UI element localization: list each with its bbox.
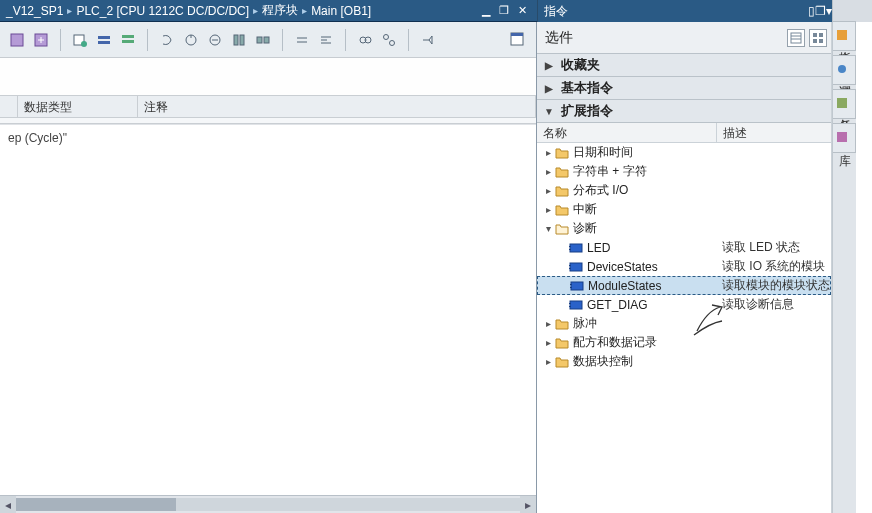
svg-rect-28 (570, 263, 582, 271)
expand-icon[interactable]: ▸ (541, 318, 555, 329)
tree-folder[interactable]: ▸日期和时间 (537, 143, 831, 162)
expand-icon[interactable]: ▸ (541, 337, 555, 348)
breadcrumb-item[interactable]: Main [OB1] (307, 4, 375, 18)
svg-rect-24 (819, 39, 823, 43)
tool-icon[interactable] (69, 29, 91, 51)
folder-icon (555, 185, 569, 197)
tool-icon[interactable] (315, 29, 337, 51)
viewmode-list-icon[interactable] (787, 29, 805, 47)
expand-icon[interactable]: ▸ (541, 185, 555, 196)
section-favorites[interactable]: ▶收藏夹 (537, 53, 831, 77)
tool-icon[interactable] (378, 29, 400, 51)
sidetab-task[interactable]: 任务 (833, 89, 856, 119)
tree-folder[interactable]: ▸字符串 + 字符 (537, 162, 831, 181)
right-panel-title: 指令 ▯ ❐ ▾ (537, 0, 832, 22)
window-close-icon[interactable]: ✕ (515, 4, 529, 18)
block-icon (569, 300, 583, 310)
chevron-right-icon: ▶ (543, 83, 555, 94)
expand-icon[interactable]: ▸ (541, 166, 555, 177)
options-label: 选件 (545, 29, 573, 47)
window-restore-icon[interactable]: ❐ (497, 4, 511, 18)
col-comment[interactable]: 注释 (138, 96, 536, 117)
svg-rect-22 (819, 33, 823, 37)
col-datatype[interactable]: 数据类型 (18, 96, 138, 117)
expand-icon[interactable]: ▸ (541, 147, 555, 158)
editor-body[interactable]: ep (Cycle)" (0, 124, 536, 495)
svg-rect-4 (98, 36, 110, 39)
svg-rect-5 (98, 41, 110, 44)
side-tab-strip: 指令 测试 任务 库 (832, 22, 856, 513)
options-header: 选件 (537, 22, 831, 54)
block-icon (570, 281, 584, 291)
svg-rect-21 (813, 33, 817, 37)
svg-rect-31 (571, 282, 583, 290)
svg-rect-19 (511, 33, 523, 36)
tree-folder[interactable]: ▸分布式 I/O (537, 181, 831, 200)
folder-icon (555, 318, 569, 330)
svg-rect-23 (813, 39, 817, 43)
panel-collapse-icon[interactable]: ▯ (808, 4, 815, 18)
sidetab-test[interactable]: 测试 (833, 55, 856, 85)
svg-rect-10 (234, 35, 238, 45)
detach-panel-icon[interactable] (506, 28, 528, 50)
panel-title-label: 指令 (544, 3, 568, 20)
section-basic[interactable]: ▶基本指令 (537, 76, 831, 100)
tool-icon[interactable] (117, 29, 139, 51)
svg-rect-25 (570, 244, 582, 252)
tool-icon[interactable] (156, 29, 178, 51)
sidetab-instructions[interactable]: 指令 (833, 21, 856, 51)
tool-icon[interactable] (354, 29, 376, 51)
window-min-icon[interactable]: ▁ (479, 4, 493, 18)
tool-icon[interactable] (6, 29, 28, 51)
svg-point-17 (390, 40, 395, 45)
tool-icon[interactable] (93, 29, 115, 51)
tab-icon (839, 98, 849, 108)
breadcrumb-item[interactable]: PLC_2 [CPU 1212C DC/DC/DC] (72, 4, 253, 18)
body-text: ep (Cycle)" (8, 131, 67, 145)
expand-icon[interactable]: ▸ (541, 204, 555, 215)
tree-item-devicestates[interactable]: DeviceStates读取 IO 系统的模块 (537, 257, 831, 276)
tree-folder-diag[interactable]: ▾诊断 (537, 219, 831, 238)
svg-rect-34 (570, 301, 582, 309)
tree-folder[interactable]: ▸中断 (537, 200, 831, 219)
viewmode-grid-icon[interactable] (809, 29, 827, 47)
col-name[interactable]: 名称 (537, 123, 717, 142)
tool-icon[interactable] (30, 29, 52, 51)
sidetab-library[interactable]: 库 (833, 123, 856, 153)
breadcrumb-item[interactable]: 程序块 (258, 2, 302, 19)
expand-icon[interactable]: ▸ (541, 356, 555, 367)
breadcrumb-item[interactable]: _V12_SP1 (2, 4, 67, 18)
tree-folder[interactable]: ▸配方和数据记录 (537, 333, 831, 352)
tree-folder[interactable]: ▸数据块控制 (537, 352, 831, 371)
tool-icon[interactable] (417, 29, 439, 51)
tool-icon[interactable] (204, 29, 226, 51)
col-desc[interactable]: 描述 (717, 123, 831, 142)
svg-rect-33 (570, 287, 572, 288)
folder-icon (555, 166, 569, 178)
tree-item-getdiag[interactable]: GET_DIAG读取诊断信息 (537, 295, 831, 314)
svg-rect-0 (11, 34, 23, 46)
section-extended[interactable]: ▼扩展指令 (537, 99, 831, 123)
tool-icon[interactable] (291, 29, 313, 51)
tool-icon[interactable] (252, 29, 274, 51)
tree-item-modulestates[interactable]: ModuleStates读取模块的模块状态 (537, 276, 831, 295)
collapse-icon[interactable]: ▾ (541, 223, 555, 234)
horizontal-scrollbar[interactable]: ◂ ▸ (0, 495, 536, 513)
tree-item-led[interactable]: LED读取 LED 状态 (537, 238, 831, 257)
tree-folder[interactable]: ▸脉冲 (537, 314, 831, 333)
tab-icon (839, 30, 849, 40)
svg-rect-35 (569, 303, 571, 304)
folder-icon (555, 337, 569, 349)
panel-restore-icon[interactable]: ❐ (815, 4, 826, 18)
svg-rect-27 (569, 249, 571, 250)
folder-open-icon (555, 223, 569, 235)
svg-point-3 (81, 41, 87, 47)
tool-icon[interactable] (180, 29, 202, 51)
editor-toolbar (0, 22, 536, 58)
folder-icon (555, 147, 569, 159)
svg-rect-36 (569, 306, 571, 307)
svg-rect-12 (257, 37, 262, 43)
svg-rect-11 (240, 35, 244, 45)
folder-icon (555, 356, 569, 368)
tool-icon[interactable] (228, 29, 250, 51)
